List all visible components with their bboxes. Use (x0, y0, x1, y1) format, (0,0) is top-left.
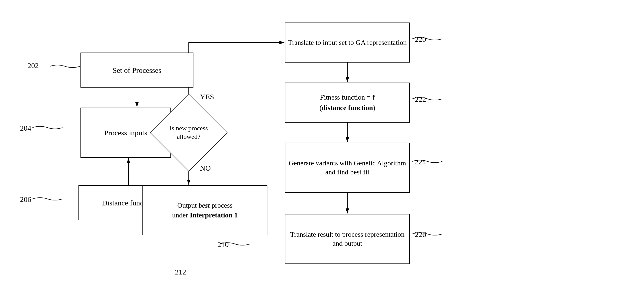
yes-label: YES (200, 93, 214, 101)
fitness-function-box: Fitness function = f(distance function) (285, 83, 410, 123)
fitness-function-label: Fitness function = f(distance function) (320, 92, 375, 113)
ref-226: 226 (415, 230, 426, 239)
generate-variants-label: Generate variants with Genetic Algorithm… (288, 159, 407, 177)
translate-result-box: Translate result to process representati… (285, 214, 410, 264)
ref-212: 212 (175, 268, 186, 276)
diamond-label: Is new process allowed? (164, 124, 214, 141)
translate-ga-label: Translate to input set to GA representat… (288, 38, 407, 47)
ref-210: 210 (218, 240, 229, 249)
generate-variants-box: Generate variants with Genetic Algorithm… (285, 143, 410, 193)
output-best-box: Output best processunder Interpretation … (142, 185, 268, 235)
ref-220: 220 (415, 35, 426, 44)
ref-202: 202 (28, 61, 39, 70)
translate-result-label: Translate result to process representati… (288, 230, 407, 248)
ref-204: 204 (20, 124, 31, 132)
set-of-processes-label: Set of Processes (113, 65, 162, 75)
flowchart: Set of Processes Process inputs Distance… (0, 0, 644, 300)
ref-206: 206 (20, 195, 31, 204)
output-best-label: Output best processunder Interpretation … (172, 200, 238, 220)
ref-224: 224 (415, 158, 426, 166)
set-of-processes-box: Set of Processes (80, 53, 194, 88)
no-label: NO (200, 164, 211, 172)
translate-ga-box: Translate to input set to GA representat… (285, 23, 410, 63)
process-inputs-label: Process inputs (104, 128, 148, 138)
ref-222: 222 (415, 95, 426, 104)
decision-diamond: Is new process allowed? (161, 105, 216, 160)
